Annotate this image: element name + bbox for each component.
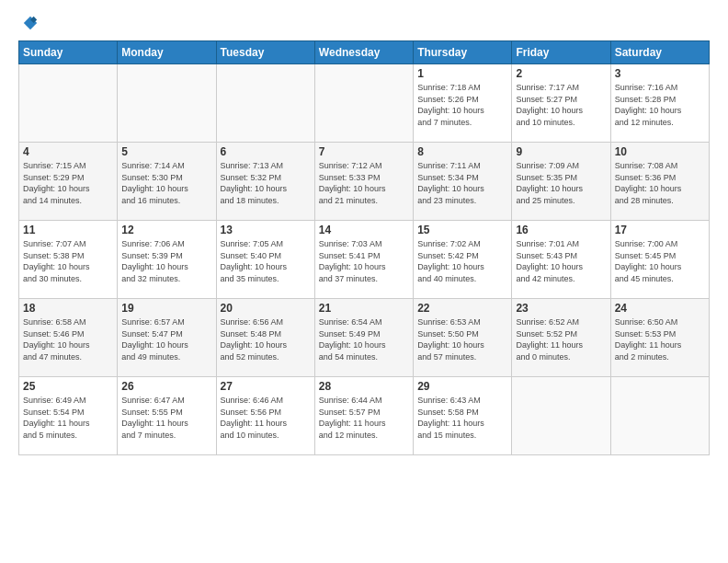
col-monday: Monday [118, 41, 216, 64]
calendar-cell: 11Sunrise: 7:07 AM Sunset: 5:38 PM Dayli… [19, 221, 118, 299]
day-number: 1 [417, 67, 507, 80]
day-info: Sunrise: 7:01 AM Sunset: 5:43 PM Dayligh… [516, 238, 606, 284]
header [18, 15, 710, 31]
calendar-cell: 2Sunrise: 7:17 AM Sunset: 5:27 PM Daylig… [512, 64, 610, 143]
day-info: Sunrise: 7:02 AM Sunset: 5:42 PM Dayligh… [417, 238, 507, 284]
day-number: 24 [615, 302, 705, 315]
day-number: 27 [221, 380, 311, 393]
calendar-cell [216, 64, 314, 143]
day-info: Sunrise: 6:56 AM Sunset: 5:48 PM Dayligh… [221, 316, 311, 362]
day-info: Sunrise: 6:58 AM Sunset: 5:46 PM Dayligh… [23, 316, 113, 362]
calendar-cell: 8Sunrise: 7:11 AM Sunset: 5:34 PM Daylig… [414, 143, 512, 221]
calendar-cell: 4Sunrise: 7:15 AM Sunset: 5:29 PM Daylig… [19, 143, 118, 221]
day-info: Sunrise: 6:50 AM Sunset: 5:53 PM Dayligh… [615, 316, 705, 362]
day-info: Sunrise: 6:52 AM Sunset: 5:52 PM Dayligh… [516, 316, 606, 362]
day-number: 5 [121, 145, 211, 158]
day-info: Sunrise: 7:00 AM Sunset: 5:45 PM Dayligh… [615, 238, 705, 284]
calendar-cell: 19Sunrise: 6:57 AM Sunset: 5:47 PM Dayli… [118, 299, 216, 377]
calendar-cell: 3Sunrise: 7:16 AM Sunset: 5:28 PM Daylig… [610, 64, 709, 143]
day-info: Sunrise: 7:06 AM Sunset: 5:39 PM Dayligh… [121, 238, 211, 284]
calendar-cell: 7Sunrise: 7:12 AM Sunset: 5:33 PM Daylig… [314, 143, 413, 221]
calendar-cell [314, 64, 413, 143]
logo [18, 15, 39, 31]
week-row-3: 11Sunrise: 7:07 AM Sunset: 5:38 PM Dayli… [19, 221, 710, 299]
col-sunday: Sunday [19, 41, 118, 64]
week-row-5: 25Sunrise: 6:49 AM Sunset: 5:54 PM Dayli… [19, 377, 710, 455]
calendar-cell: 22Sunrise: 6:53 AM Sunset: 5:50 PM Dayli… [414, 299, 512, 377]
calendar-cell: 26Sunrise: 6:47 AM Sunset: 5:55 PM Dayli… [118, 377, 216, 455]
calendar-cell: 25Sunrise: 6:49 AM Sunset: 5:54 PM Dayli… [19, 377, 118, 455]
calendar-cell: 18Sunrise: 6:58 AM Sunset: 5:46 PM Dayli… [19, 299, 118, 377]
day-info: Sunrise: 6:43 AM Sunset: 5:58 PM Dayligh… [417, 395, 507, 441]
day-number: 8 [417, 145, 507, 158]
day-number: 18 [23, 302, 113, 315]
day-info: Sunrise: 6:46 AM Sunset: 5:56 PM Dayligh… [221, 395, 311, 441]
day-info: Sunrise: 7:03 AM Sunset: 5:41 PM Dayligh… [319, 238, 409, 284]
day-info: Sunrise: 6:44 AM Sunset: 5:57 PM Dayligh… [319, 395, 409, 441]
day-info: Sunrise: 7:11 AM Sunset: 5:34 PM Dayligh… [417, 160, 507, 206]
calendar-cell: 14Sunrise: 7:03 AM Sunset: 5:41 PM Dayli… [314, 221, 413, 299]
day-number: 7 [319, 145, 409, 158]
day-info: Sunrise: 6:54 AM Sunset: 5:49 PM Dayligh… [319, 316, 409, 362]
day-number: 17 [615, 224, 705, 236]
day-number: 20 [221, 302, 311, 315]
day-number: 6 [221, 145, 311, 158]
calendar-cell: 21Sunrise: 6:54 AM Sunset: 5:49 PM Dayli… [314, 299, 413, 377]
day-info: Sunrise: 7:12 AM Sunset: 5:33 PM Dayligh… [319, 160, 409, 206]
calendar-cell [118, 64, 216, 143]
day-number: 9 [516, 145, 606, 158]
week-row-2: 4Sunrise: 7:15 AM Sunset: 5:29 PM Daylig… [19, 143, 710, 221]
col-friday: Friday [512, 41, 610, 64]
col-wednesday: Wednesday [314, 41, 413, 64]
day-number: 19 [121, 302, 211, 315]
day-number: 4 [23, 145, 113, 158]
calendar-cell [610, 377, 709, 455]
calendar-cell [512, 377, 610, 455]
day-number: 29 [417, 380, 507, 393]
header-row: Sunday Monday Tuesday Wednesday Thursday… [19, 41, 710, 64]
calendar-cell: 9Sunrise: 7:09 AM Sunset: 5:35 PM Daylig… [512, 143, 610, 221]
day-number: 2 [516, 67, 606, 80]
calendar-cell: 1Sunrise: 7:18 AM Sunset: 5:26 PM Daylig… [414, 64, 512, 143]
day-info: Sunrise: 7:05 AM Sunset: 5:40 PM Dayligh… [221, 238, 311, 284]
day-info: Sunrise: 7:16 AM Sunset: 5:28 PM Dayligh… [615, 82, 705, 128]
day-info: Sunrise: 6:53 AM Sunset: 5:50 PM Dayligh… [417, 316, 507, 362]
day-info: Sunrise: 7:18 AM Sunset: 5:26 PM Dayligh… [417, 82, 507, 128]
day-info: Sunrise: 7:08 AM Sunset: 5:36 PM Dayligh… [615, 160, 705, 206]
logo-icon [22, 15, 39, 31]
day-number: 11 [23, 224, 113, 236]
col-tuesday: Tuesday [216, 41, 314, 64]
col-thursday: Thursday [414, 41, 512, 64]
calendar-cell: 10Sunrise: 7:08 AM Sunset: 5:36 PM Dayli… [610, 143, 709, 221]
day-info: Sunrise: 7:14 AM Sunset: 5:30 PM Dayligh… [121, 160, 211, 206]
day-number: 13 [221, 224, 311, 236]
calendar-cell: 20Sunrise: 6:56 AM Sunset: 5:48 PM Dayli… [216, 299, 314, 377]
day-number: 21 [319, 302, 409, 315]
calendar-cell: 29Sunrise: 6:43 AM Sunset: 5:58 PM Dayli… [414, 377, 512, 455]
day-info: Sunrise: 7:07 AM Sunset: 5:38 PM Dayligh… [23, 238, 113, 284]
calendar: Sunday Monday Tuesday Wednesday Thursday… [18, 40, 710, 455]
calendar-cell: 6Sunrise: 7:13 AM Sunset: 5:32 PM Daylig… [216, 143, 314, 221]
day-info: Sunrise: 6:49 AM Sunset: 5:54 PM Dayligh… [23, 395, 113, 441]
calendar-cell: 15Sunrise: 7:02 AM Sunset: 5:42 PM Dayli… [414, 221, 512, 299]
day-number: 16 [516, 224, 606, 236]
day-number: 23 [516, 302, 606, 315]
day-number: 22 [417, 302, 507, 315]
calendar-cell: 5Sunrise: 7:14 AM Sunset: 5:30 PM Daylig… [118, 143, 216, 221]
calendar-cell: 23Sunrise: 6:52 AM Sunset: 5:52 PM Dayli… [512, 299, 610, 377]
calendar-cell: 27Sunrise: 6:46 AM Sunset: 5:56 PM Dayli… [216, 377, 314, 455]
calendar-cell: 28Sunrise: 6:44 AM Sunset: 5:57 PM Dayli… [314, 377, 413, 455]
calendar-cell: 17Sunrise: 7:00 AM Sunset: 5:45 PM Dayli… [610, 221, 709, 299]
calendar-cell: 16Sunrise: 7:01 AM Sunset: 5:43 PM Dayli… [512, 221, 610, 299]
day-number: 10 [615, 145, 705, 158]
day-number: 26 [121, 380, 211, 393]
col-saturday: Saturday [610, 41, 709, 64]
day-info: Sunrise: 7:09 AM Sunset: 5:35 PM Dayligh… [516, 160, 606, 206]
calendar-cell: 13Sunrise: 7:05 AM Sunset: 5:40 PM Dayli… [216, 221, 314, 299]
day-number: 15 [417, 224, 507, 236]
day-number: 12 [121, 224, 211, 236]
day-number: 3 [615, 67, 705, 80]
day-info: Sunrise: 7:15 AM Sunset: 5:29 PM Dayligh… [23, 160, 113, 206]
day-info: Sunrise: 7:17 AM Sunset: 5:27 PM Dayligh… [516, 82, 606, 128]
day-info: Sunrise: 7:13 AM Sunset: 5:32 PM Dayligh… [221, 160, 311, 206]
